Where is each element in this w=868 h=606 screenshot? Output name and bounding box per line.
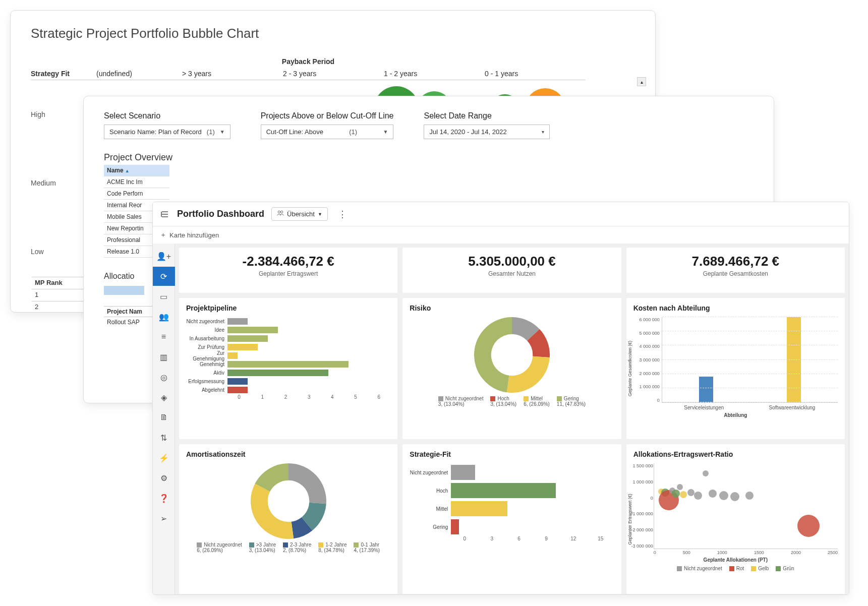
chevron-down-icon: ▼ bbox=[383, 129, 388, 135]
hbar-bar[interactable] bbox=[451, 519, 459, 534]
col-name[interactable]: Name▲ bbox=[104, 165, 169, 176]
donut-slice[interactable] bbox=[288, 463, 326, 504]
hbar-bar[interactable] bbox=[227, 344, 258, 350]
sort-asc-icon: ▲ bbox=[125, 168, 130, 173]
date-range-select[interactable]: Jul 14, 2020 - Jul 14, 2022 ▾ bbox=[424, 125, 550, 139]
card-dept-costs[interactable]: Kosten nach Abteilung Geplante Gesamtkos… bbox=[626, 298, 845, 439]
sidebar-badge-icon[interactable]: ▭ bbox=[153, 287, 175, 306]
legend-item[interactable]: Gering11, (47.83%) bbox=[557, 396, 586, 407]
hbar-bar[interactable] bbox=[451, 465, 475, 480]
xcat-4: 0 - 1 years bbox=[485, 68, 586, 80]
hbar-bar[interactable] bbox=[227, 335, 268, 342]
hbar-category: Gering bbox=[410, 524, 451, 530]
legend-item[interactable]: Gelb bbox=[751, 566, 769, 571]
scatter-point[interactable] bbox=[719, 491, 728, 500]
filter-scenario-label: Select Scenario bbox=[104, 111, 230, 120]
xcat-2: 2 - 3 years bbox=[283, 68, 384, 80]
sidebar-plug-icon[interactable]: ⚡ bbox=[153, 448, 175, 467]
hbar-bar[interactable] bbox=[227, 318, 248, 325]
vbar[interactable] bbox=[787, 317, 801, 402]
mini-row: Rollout SAP bbox=[104, 317, 159, 328]
metric-planned-earnings[interactable]: -2.384.466,72 € Geplanter Ertragswert bbox=[179, 248, 397, 293]
sidebar-file-icon[interactable]: 🗎 bbox=[153, 408, 175, 427]
legend-item[interactable]: 0-1 Jahr4, (17.39%) bbox=[354, 542, 380, 553]
table-row[interactable]: ACME Inc Im bbox=[104, 176, 169, 188]
table-row[interactable]: Code Perforn bbox=[104, 188, 169, 200]
legend-item[interactable]: Hoch3, (13.04%) bbox=[490, 396, 516, 407]
hbar-bar[interactable] bbox=[451, 501, 507, 516]
legend-item[interactable]: 1-2 Jahre8, (34.78%) bbox=[318, 542, 346, 553]
legend-item[interactable]: >3 Jahre3, (13.04%) bbox=[249, 542, 276, 553]
sidebar-target-icon[interactable]: ◎ bbox=[153, 368, 175, 387]
hbar-bar[interactable] bbox=[227, 378, 248, 385]
sidebar-diamond-icon[interactable]: ◈ bbox=[153, 388, 175, 407]
card-amortisation[interactable]: Amortisationszeit Nicht zugeordnet6, (26… bbox=[179, 444, 397, 594]
more-menu-button[interactable]: ⋮ bbox=[335, 209, 350, 220]
scatter-point[interactable] bbox=[680, 491, 687, 498]
legend-item[interactable]: Nicht zugeordnet bbox=[677, 566, 722, 571]
hbar-category: Idee bbox=[186, 327, 227, 333]
group-icon bbox=[277, 210, 284, 218]
scatter-point[interactable] bbox=[745, 492, 754, 500]
sidebar-person-add-icon[interactable]: 👤+ bbox=[153, 247, 175, 266]
sidebar-group-icon[interactable]: 👥 bbox=[153, 307, 175, 326]
xcat-1: > 3 years bbox=[182, 68, 283, 80]
sidebar-gear-icon[interactable]: ⚙ bbox=[153, 468, 175, 488]
menu-collapse-icon[interactable] bbox=[160, 209, 170, 219]
view-picker[interactable]: Übersicht ▼ bbox=[271, 207, 328, 221]
card-strategy-fit[interactable]: Strategie-Fit Nicht zugeordnetHochMittel… bbox=[402, 444, 621, 594]
donut-slice[interactable] bbox=[251, 483, 294, 539]
hbar-bar[interactable] bbox=[451, 483, 556, 498]
scenario-select[interactable]: Scenario Name: Plan of Record (1) ▼ bbox=[104, 125, 230, 139]
sidebar-columns-icon[interactable]: ▥ bbox=[153, 347, 175, 367]
legend-item[interactable]: Mittel6, (26.09%) bbox=[524, 396, 550, 407]
chevron-down-icon: ▼ bbox=[220, 129, 225, 135]
hbar-bar[interactable] bbox=[227, 370, 328, 376]
hbar-category: Nicht zugeordnet bbox=[410, 470, 451, 475]
cutoff-select[interactable]: Cut-Off Line: Above (1) ▼ bbox=[261, 125, 394, 139]
vbar[interactable] bbox=[699, 377, 713, 402]
scatter-point[interactable] bbox=[677, 484, 683, 490]
card-alloc-ratio[interactable]: Allokations-Ertragswert-Ratio Geplanter … bbox=[626, 444, 845, 594]
plus-icon: ＋ bbox=[160, 230, 166, 239]
hbar-category: Genehmigt bbox=[186, 361, 227, 367]
scatter-point[interactable] bbox=[672, 490, 680, 498]
page-title: Strategic Project Portfolio Bubble Chart bbox=[31, 26, 635, 41]
sidebar-sort-icon[interactable]: ⇅ bbox=[153, 428, 175, 447]
legend-item[interactable]: Nicht zugeordnet6, (26.09%) bbox=[197, 542, 242, 553]
sidebar: 👤+⟳▭👥≡▥◎◈🗎⇅⚡⚙❓➢ bbox=[153, 244, 175, 595]
legend-item[interactable]: Rot bbox=[729, 566, 744, 571]
scatter-point[interactable] bbox=[687, 489, 695, 496]
hbar-category: Abgelehnt bbox=[186, 387, 227, 393]
donut-slice[interactable] bbox=[474, 317, 512, 392]
scatter-point[interactable] bbox=[703, 470, 709, 476]
sidebar-refresh-icon[interactable]: ⟳ bbox=[153, 267, 175, 286]
add-card-button[interactable]: ＋ Karte hinzufügen bbox=[153, 226, 849, 244]
metric-total-benefit[interactable]: 5.305.000,00 € Gesamter Nutzen bbox=[402, 248, 621, 293]
legend-item[interactable]: Nicht zugeordnet3, (13.04%) bbox=[438, 396, 484, 407]
allocation-bar bbox=[104, 286, 144, 295]
hbar-bar[interactable] bbox=[227, 361, 349, 368]
hbar-category: Erfolgsmessung bbox=[186, 379, 227, 384]
scroll-up-button[interactable]: ▴ bbox=[637, 77, 646, 86]
sidebar-list-icon[interactable]: ≡ bbox=[153, 327, 175, 346]
dashboard-title: Portfolio Dashboard bbox=[177, 209, 264, 219]
rollout-table: Project Nam Rollout SAP bbox=[104, 306, 159, 327]
legend-item[interactable]: Grün bbox=[776, 566, 794, 571]
scatter-point[interactable] bbox=[694, 492, 702, 500]
card-risk[interactable]: Risiko Nicht zugeordnet3, (13.04%)Hoch3,… bbox=[402, 298, 621, 439]
sidebar-help-icon[interactable]: ❓ bbox=[153, 489, 175, 508]
hbar-bar[interactable] bbox=[227, 327, 278, 333]
scatter-point[interactable] bbox=[709, 490, 717, 498]
legend-item[interactable]: 2-3 Jahre2, (8.70%) bbox=[283, 542, 311, 553]
filter-date-label: Select Date Range bbox=[424, 111, 550, 120]
hbar-bar[interactable] bbox=[227, 387, 248, 393]
scatter-point[interactable] bbox=[730, 492, 739, 501]
sidebar-compass-icon[interactable]: ➢ bbox=[153, 509, 175, 528]
card-pipeline[interactable]: Projektpipeline Nicht zugeordnetIdeeIn A… bbox=[179, 298, 397, 439]
metric-planned-costs[interactable]: 7.689.466,72 € Geplante Gesamtkosten bbox=[626, 248, 845, 293]
filter-date: Select Date Range Jul 14, 2020 - Jul 14,… bbox=[424, 111, 550, 139]
donut-slice[interactable] bbox=[507, 356, 550, 393]
scatter-point[interactable] bbox=[797, 515, 820, 537]
hbar-bar[interactable] bbox=[227, 352, 238, 359]
